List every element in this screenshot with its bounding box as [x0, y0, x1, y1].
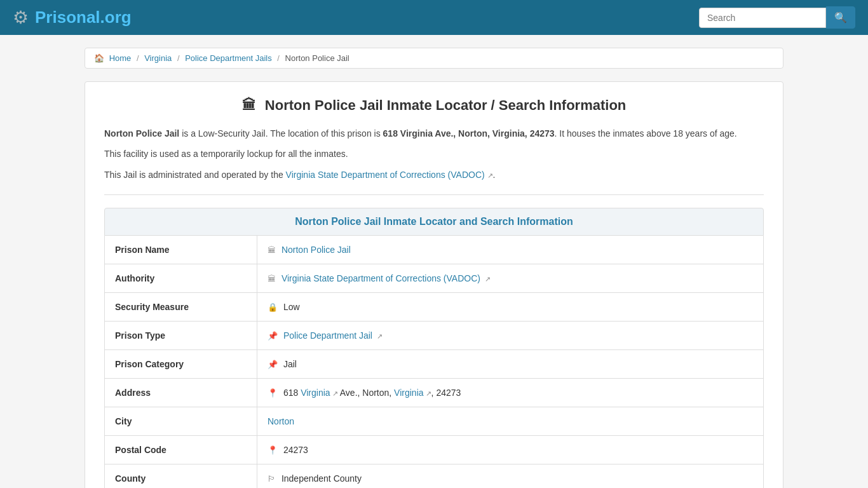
- logo-ext: .org: [100, 8, 132, 27]
- description-section: Norton Police Jail is a Low-Security Jai…: [104, 126, 764, 182]
- breadcrumb-sep1: /: [137, 53, 141, 63]
- prison-name-icon: 🏛: [268, 245, 276, 255]
- section-divider: [104, 194, 764, 195]
- table-row: City Norton: [105, 407, 764, 436]
- virginia-link-2[interactable]: Virginia: [394, 388, 423, 398]
- label-address: Address: [105, 379, 257, 407]
- breadcrumb-sep3: /: [277, 53, 281, 63]
- logo-main: Prisonal: [35, 8, 100, 27]
- breadcrumb-home[interactable]: Home: [109, 53, 132, 63]
- prison-title-icon: 🏛: [242, 97, 256, 113]
- value-city: Norton: [257, 407, 764, 436]
- search-input[interactable]: [699, 8, 826, 28]
- prison-name-link[interactable]: Norton Police Jail: [281, 245, 351, 255]
- category-value: Jail: [283, 359, 297, 369]
- main-container: 🏠 Home / Virginia / Police Department Ja…: [72, 48, 796, 488]
- logo-icon: ⚙: [13, 7, 29, 28]
- table-row: Authority 🏛 Virginia State Department of…: [105, 264, 764, 293]
- search-button[interactable]: 🔍: [826, 6, 855, 29]
- label-prison-name: Prison Name: [105, 236, 257, 264]
- desc-paragraph-1: Norton Police Jail is a Low-Security Jai…: [104, 126, 764, 140]
- desc3-part2: .: [493, 170, 496, 180]
- county-icon: 🏳: [268, 474, 276, 484]
- info-table: Prison Name 🏛 Norton Police Jail Authori…: [104, 236, 764, 488]
- prison-address-bold: 618 Virginia Ave., Norton, Virginia, 242…: [383, 128, 555, 139]
- table-row: Prison Type 📌 Police Department Jail ↗: [105, 322, 764, 350]
- vadoc-link-desc[interactable]: Virginia State Department of Corrections…: [286, 170, 485, 180]
- desc-paragraph-2: This facility is used as a temporarily l…: [104, 147, 764, 161]
- label-postal-code: Postal Code: [105, 436, 257, 464]
- value-authority: 🏛 Virginia State Department of Correctio…: [257, 264, 764, 293]
- addr-zip: , 24273: [431, 388, 461, 398]
- value-prison-category: 📌 Jail: [257, 350, 764, 379]
- label-security: Security Measure: [105, 293, 257, 322]
- label-prison-category: Prison Category: [105, 350, 257, 379]
- county-value: Independent County: [281, 473, 362, 484]
- desc1-part2: is a Low-Security Jail. The location of …: [179, 128, 383, 139]
- authority-link[interactable]: Virginia State Department of Corrections…: [281, 273, 480, 283]
- label-county: County: [105, 464, 257, 488]
- ext-link-icon-desc: ↗: [487, 172, 493, 179]
- pin-icon-type: 📌: [268, 331, 278, 341]
- info-table-header: Norton Police Jail Inmate Locator and Se…: [104, 208, 764, 236]
- label-prison-type: Prison Type: [105, 322, 257, 350]
- site-header: ⚙ Prisonal.org 🔍: [0, 0, 868, 35]
- value-address: 📍 618 Virginia ↗ Ave., Norton, Virginia …: [257, 379, 764, 407]
- breadcrumb-virginia[interactable]: Virginia: [144, 53, 172, 63]
- addr-link-icon-1: ↗: [330, 390, 338, 397]
- addr-mid: Ave., Norton,: [338, 388, 394, 398]
- table-row: County 🏳 Independent County: [105, 464, 764, 488]
- location-icon: 📍: [268, 388, 278, 398]
- value-prison-name: 🏛 Norton Police Jail: [257, 236, 764, 264]
- postal-icon: 📍: [268, 445, 278, 455]
- home-icon: 🏠: [94, 53, 104, 63]
- value-security: 🔒 Low: [257, 293, 764, 322]
- city-link[interactable]: Norton: [268, 416, 294, 426]
- ext-link-icon-type: ↗: [377, 332, 383, 340]
- pin-icon-cat: 📌: [268, 360, 278, 369]
- table-row: Security Measure 🔒 Low: [105, 293, 764, 322]
- label-authority: Authority: [105, 264, 257, 293]
- label-city: City: [105, 407, 257, 436]
- lock-icon: 🔒: [268, 302, 278, 312]
- value-county: 🏳 Independent County: [257, 464, 764, 488]
- desc3-part1: This Jail is administrated and operated …: [104, 170, 286, 180]
- breadcrumb-sep2: /: [177, 53, 182, 63]
- logo-text: Prisonal.org: [35, 8, 132, 27]
- addr-618: 618: [283, 388, 301, 398]
- value-prison-type: 📌 Police Department Jail ↗: [257, 322, 764, 350]
- search-area: 🔍: [699, 6, 855, 29]
- breadcrumb: 🏠 Home / Virginia / Police Department Ja…: [85, 48, 783, 69]
- virginia-link-1[interactable]: Virginia: [301, 388, 330, 398]
- content-box: 🏛 Norton Police Jail Inmate Locator / Se…: [85, 81, 783, 488]
- security-value: Low: [283, 302, 300, 312]
- breadcrumb-current: Norton Police Jail: [285, 53, 349, 63]
- value-postal-code: 📍 24273: [257, 436, 764, 464]
- prison-name-bold: Norton Police Jail: [104, 128, 179, 139]
- addr-link-icon-2: ↗: [424, 390, 431, 397]
- page-title-text: Norton Police Jail Inmate Locator / Sear…: [265, 97, 626, 113]
- authority-icon: 🏛: [268, 274, 276, 283]
- postal-value: 24273: [283, 445, 308, 455]
- desc-paragraph-3: This Jail is administrated and operated …: [104, 168, 764, 182]
- breadcrumb-police-dept[interactable]: Police Department Jails: [185, 53, 272, 63]
- prison-type-link[interactable]: Police Department Jail: [283, 330, 372, 341]
- desc1-part3: . It houses the inmates above 18 years o…: [555, 128, 737, 139]
- table-row: Prison Category 📌 Jail: [105, 350, 764, 379]
- table-row: Prison Name 🏛 Norton Police Jail: [105, 236, 764, 264]
- page-title: 🏛 Norton Police Jail Inmate Locator / Se…: [104, 97, 764, 114]
- ext-link-icon-authority: ↗: [485, 275, 491, 283]
- table-row: Address 📍 618 Virginia ↗ Ave., Norton, V…: [105, 379, 764, 407]
- table-row: Postal Code 📍 24273: [105, 436, 764, 464]
- info-table-header-text: Norton Police Jail Inmate Locator and Se…: [295, 216, 573, 227]
- logo-area: ⚙ Prisonal.org: [13, 7, 132, 28]
